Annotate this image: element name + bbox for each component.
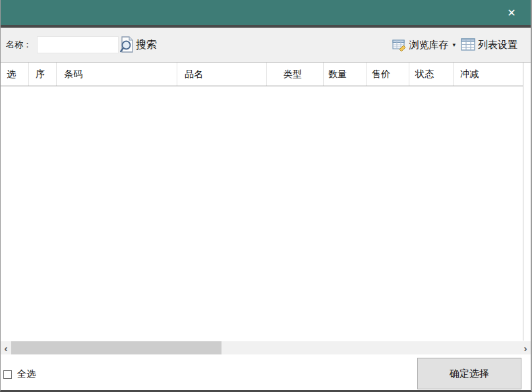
column-header-select[interactable]: 选 [1, 63, 29, 86]
column-header-barcode[interactable]: 条码 [57, 63, 177, 86]
close-button[interactable]: ✕ [500, 0, 523, 25]
horizontal-scrollbar[interactable]: ‹ › [1, 341, 531, 354]
close-icon: ✕ [507, 7, 516, 19]
scroll-left-arrow-icon[interactable]: ‹ [1, 341, 11, 354]
table-body-empty[interactable] [1, 86, 523, 341]
select-all-checkbox[interactable] [3, 370, 12, 379]
column-header-name[interactable]: 品名 [177, 63, 267, 86]
horizontal-scrollbar-thumb[interactable] [11, 341, 222, 354]
footer-bar: 全选 确定选择 [1, 354, 531, 390]
scroll-right-arrow-icon[interactable]: › [520, 341, 531, 354]
table-header-row: 选 序 条码 品名 类型 数量 售价 状态 冲减 [1, 62, 523, 86]
vertical-scrollbar-track[interactable] [523, 62, 531, 341]
column-header-offset[interactable]: 冲减 [454, 63, 523, 86]
dialog-window: ✕ 名称： 搜索 [0, 0, 532, 392]
select-all-control[interactable]: 全选 [3, 368, 36, 380]
title-bar: ✕ [1, 0, 531, 25]
confirm-selection-button[interactable]: 确定选择 [417, 358, 521, 389]
column-header-seq[interactable]: 序 [29, 63, 57, 86]
list-view: 选 序 条码 品名 类型 数量 售价 状态 冲减 ‹ › 全选 确定选择 [1, 28, 531, 390]
column-header-status[interactable]: 状态 [409, 63, 454, 86]
column-header-type[interactable]: 类型 [267, 63, 324, 86]
column-header-price[interactable]: 售价 [367, 63, 409, 86]
select-all-label: 全选 [17, 368, 36, 380]
column-header-quantity[interactable]: 数量 [324, 63, 367, 86]
